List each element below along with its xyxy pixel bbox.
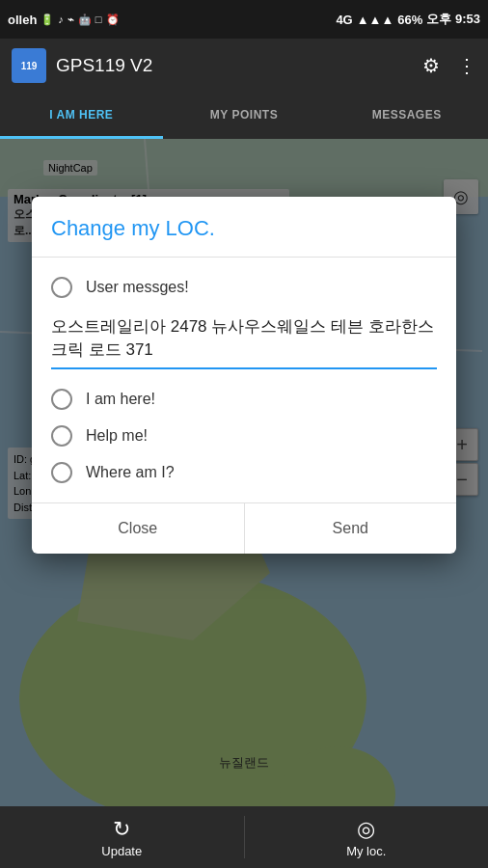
- tab-i-am-here[interactable]: I AM HERE: [0, 93, 163, 139]
- usb-icon: ⌁: [68, 14, 74, 26]
- status-left: olleh 🔋 ♪ ⌁ 🤖 □ ⏰: [8, 13, 120, 27]
- dialog-buttons: Close Send: [32, 502, 456, 554]
- radio-i-am-here[interactable]: I am here!: [32, 381, 456, 418]
- android-icon: 🤖: [78, 14, 92, 26]
- tab-my-points[interactable]: MY POINTS: [163, 93, 326, 139]
- settings-icon[interactable]: ⚙: [422, 54, 440, 77]
- carrier-label: olleh: [8, 13, 37, 27]
- tab-messages[interactable]: MESSAGES: [325, 93, 488, 139]
- app-bar: 119 GPS119 V2 ⚙ ⋮: [0, 39, 488, 93]
- status-right: 4G ▲▲▲ 66% 오후 9:53: [336, 11, 480, 28]
- dialog-title: Change my LOC.: [32, 197, 456, 258]
- dialog-body: User messges! 오스트레일리아 2478 뉴사우스웨일스 테븐 호라…: [32, 258, 456, 502]
- update-icon: ↻: [113, 817, 130, 842]
- radio-circle-i-am-here: [51, 389, 72, 410]
- locate-icon: ◎: [357, 817, 375, 842]
- music-icon: ♪: [58, 14, 64, 25]
- radio-where-am-i[interactable]: Where am I?: [32, 454, 456, 491]
- radio-label-help-me: Help me!: [86, 427, 148, 445]
- app-icon-text: 119: [21, 61, 38, 71]
- app-icon: 119: [12, 48, 46, 83]
- sim-icon: □: [95, 14, 102, 25]
- send-button[interactable]: Send: [244, 503, 457, 554]
- locate-label: My loc.: [346, 844, 386, 858]
- tab-bar: I AM HERE MY POINTS MESSAGES: [0, 93, 488, 139]
- signal-icon: ▲▲▲: [357, 13, 394, 27]
- radio-circle-help-me: [51, 425, 72, 447]
- radio-label-user-messages: User messges!: [86, 279, 189, 296]
- network-label: 4G: [336, 13, 352, 27]
- more-icon[interactable]: ⋮: [457, 54, 476, 77]
- radio-user-messages[interactable]: User messges!: [32, 269, 456, 306]
- radio-help-me[interactable]: Help me!: [32, 418, 456, 454]
- close-button[interactable]: Close: [32, 503, 244, 554]
- app-title: GPS119 V2: [56, 55, 422, 76]
- my-loc-button[interactable]: ◎ My loc.: [245, 806, 489, 868]
- update-button[interactable]: ↻ Update: [0, 806, 244, 868]
- dialog-overlay: Change my LOC. User messges! 오스트레일리아 247…: [0, 139, 488, 806]
- time-label: 오후 9:53: [426, 11, 480, 28]
- clock-icon: ⏰: [106, 14, 120, 26]
- update-label: Update: [101, 844, 142, 858]
- address-text: 오스트레일리아 2478 뉴사우스웨일스 테븐 호라한스 크릭 로드 371: [51, 315, 437, 362]
- bottom-bar: ↻ Update ◎ My loc.: [0, 806, 488, 868]
- radio-label-i-am-here: I am here!: [86, 391, 155, 408]
- radio-circle-where-am-i: [51, 462, 72, 483]
- status-bar: olleh 🔋 ♪ ⌁ 🤖 □ ⏰ 4G ▲▲▲ 66% 오후 9:53: [0, 0, 488, 39]
- dialog: Change my LOC. User messges! 오스트레일리아 247…: [32, 197, 456, 554]
- appbar-icons: ⚙ ⋮: [422, 54, 476, 77]
- battery-icon: 🔋: [41, 14, 54, 26]
- radio-label-where-am-i: Where am I?: [86, 464, 175, 481]
- battery-label: 66%: [397, 13, 422, 27]
- address-input-area[interactable]: 오스트레일리아 2478 뉴사우스웨일스 테븐 호라한스 크릭 로드 371: [51, 310, 437, 369]
- radio-circle-user-messages: [51, 277, 72, 298]
